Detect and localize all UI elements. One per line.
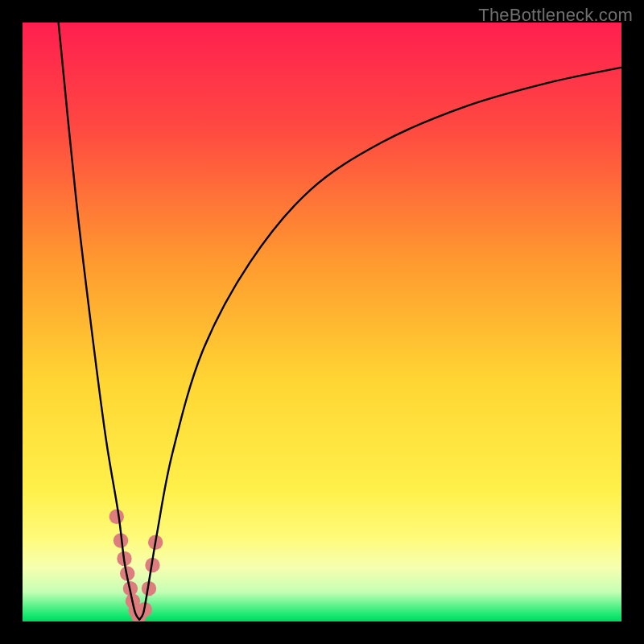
chart-frame: TheBottleneck.com <box>0 0 644 644</box>
left-branch-line <box>59 23 139 620</box>
highlight-dot <box>109 510 124 524</box>
highlight-dots <box>109 510 163 621</box>
right-branch-line <box>139 68 621 620</box>
plot-area <box>23 23 621 621</box>
curve-layer <box>23 23 621 621</box>
